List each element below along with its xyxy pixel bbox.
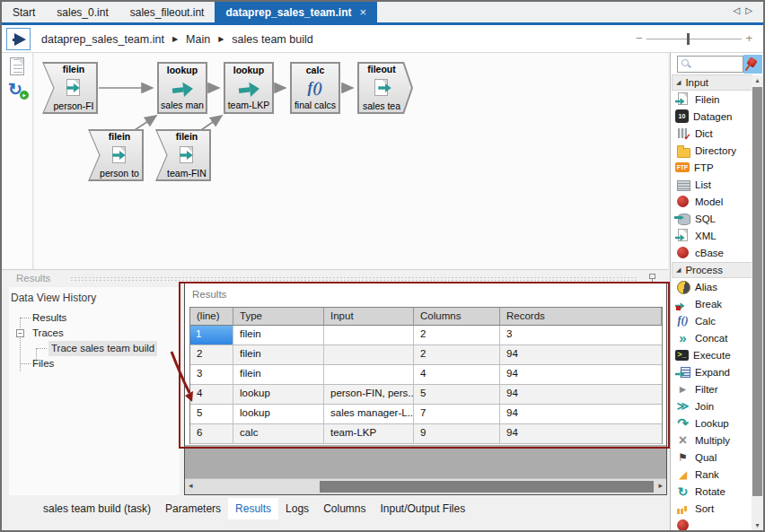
palette-item-xml[interactable]: XML	[672, 227, 752, 244]
document-icon[interactable]	[10, 57, 24, 75]
splitter-grip[interactable]	[70, 276, 638, 282]
table-cell[interactable]: 2	[190, 345, 233, 365]
node-fileout-sales-tea[interactable]: fileout sales tea	[357, 62, 413, 114]
tab-task[interactable]: sales team build (task)	[36, 498, 158, 519]
table-cell[interactable]: filein	[233, 345, 324, 365]
scrollbar-thumb[interactable]	[320, 481, 654, 493]
palette-item-rank[interactable]: ◢Rank	[672, 466, 752, 483]
palette-pin-button[interactable]	[743, 55, 762, 74]
table-cell[interactable]: calc	[233, 424, 324, 444]
column-header[interactable]: Columns	[414, 308, 500, 326]
palette-item-cbase[interactable]: cBase	[672, 244, 752, 261]
column-header[interactable]: Type	[233, 308, 324, 326]
table-cell[interactable]: 4	[414, 365, 500, 385]
scroll-up-icon[interactable]: ▴	[752, 76, 763, 84]
scrollbar-thumb[interactable]	[752, 87, 762, 496]
scroll-right-icon[interactable]: ▸	[658, 481, 663, 490]
table-row[interactable]: 3 filein 4 94	[190, 365, 662, 385]
table-cell[interactable]: person-FIN, pers...	[324, 385, 414, 405]
table-cell[interactable]	[324, 365, 414, 385]
table-cell[interactable]: filein	[233, 326, 324, 345]
breadcrumb-file[interactable]: dataprep_sales_team.int	[41, 33, 164, 46]
tab-parameters[interactable]: Parameters	[158, 498, 228, 519]
palette-item-dict[interactable]: Dict	[672, 125, 752, 142]
column-header[interactable]: (line)	[190, 308, 233, 326]
collapse-icon[interactable]: −	[16, 329, 24, 337]
table-cell[interactable]: 94	[500, 424, 662, 444]
run-button[interactable]	[6, 28, 31, 50]
tab-sales-0[interactable]: sales_0.int	[46, 2, 119, 22]
column-header[interactable]: Records	[500, 308, 662, 326]
column-header[interactable]: Input	[324, 308, 414, 326]
table-row[interactable]: 1 filein 2 3	[190, 326, 662, 345]
close-icon[interactable]: ×	[360, 5, 367, 19]
tree-item-files[interactable]: Files	[9, 356, 180, 371]
table-cell[interactable]: 2	[414, 326, 500, 345]
scroll-down-icon[interactable]: ▾	[752, 521, 763, 529]
table-cell[interactable]: 2	[414, 345, 500, 365]
table-cell[interactable]: 3	[500, 326, 662, 345]
scroll-right-icon[interactable]: ▷	[745, 5, 758, 15]
table-row[interactable]: 2 filein 2 94	[190, 345, 662, 365]
palette-item-concat[interactable]: »Concat	[672, 329, 752, 346]
palette-item-filein[interactable]: Filein	[672, 91, 752, 108]
zoom-slider[interactable]: − +	[636, 25, 752, 53]
zoom-slider-track[interactable]	[646, 39, 742, 39]
palette-item-partial[interactable]	[672, 517, 752, 532]
tab-input-output-files[interactable]: Input/Output Files	[373, 498, 472, 519]
table-cell[interactable]: 6	[190, 424, 233, 444]
palette-item-model[interactable]: Model	[672, 193, 752, 210]
table-cell[interactable]	[324, 326, 414, 345]
table-row[interactable]: 4 lookup person-FIN, pers... 5 94	[190, 385, 662, 405]
node-filein-person-to[interactable]: filein person to	[88, 129, 144, 181]
breadcrumb-main[interactable]: Main	[186, 33, 210, 46]
scroll-left-icon[interactable]: ◁	[734, 5, 746, 15]
palette-item-break[interactable]: Break	[672, 295, 752, 312]
table-cell[interactable]: lookup	[233, 385, 324, 405]
zoom-slider-thumb[interactable]	[687, 33, 690, 45]
table-row[interactable]: 6 calc team-LKP 9 94	[190, 424, 662, 444]
palette-item-calc[interactable]: f()Calc	[672, 312, 752, 329]
tab-columns[interactable]: Columns	[316, 498, 373, 519]
table-cell[interactable]: lookup	[233, 405, 324, 424]
table-cell[interactable]: filein	[233, 365, 324, 385]
table-cell-selected[interactable]: 1	[190, 326, 233, 345]
palette-item-datagen[interactable]: 10Datagen	[672, 108, 752, 125]
pin-icon[interactable]	[649, 274, 655, 279]
tab-results[interactable]: Results	[228, 498, 278, 519]
palette-search-input[interactable]	[677, 56, 743, 73]
horizontal-scrollbar[interactable]: ◂ ▸	[185, 478, 666, 494]
palette-section-header-input[interactable]: ◢ Input	[672, 74, 752, 91]
palette-item-alias[interactable]: Alias	[672, 278, 752, 295]
table-cell[interactable]: team-LKP	[324, 424, 414, 444]
palette-item-list[interactable]: List	[672, 176, 752, 193]
breadcrumb-task[interactable]: sales team build	[232, 33, 312, 46]
palette-item-ftp[interactable]: FTPFTP	[672, 159, 752, 176]
palette-item-expand[interactable]: Expand	[672, 363, 752, 380]
table-cell[interactable]: 5	[414, 385, 500, 405]
tree-item-trace-sales-team-build[interactable]: Trace sales team build	[9, 341, 180, 356]
palette-item-lookup[interactable]: ↷Lookup	[672, 414, 752, 432]
node-filein-team-fin[interactable]: filein team-FIN	[155, 129, 211, 181]
scroll-left-icon[interactable]: ◂	[189, 481, 193, 490]
table-cell[interactable]: sales manager-L...	[324, 405, 414, 424]
table-cell[interactable]: 7	[414, 405, 500, 424]
tab-dataprep-sales-team[interactable]: dataprep_sales_team.int ×	[215, 2, 377, 22]
table-cell[interactable]: 94	[500, 405, 662, 424]
table-cell[interactable]: 94	[500, 345, 662, 365]
node-filein-person-fi[interactable]: filein person-FI	[42, 62, 98, 114]
node-calc-final-calcs[interactable]: calc f() final calcs	[290, 62, 340, 114]
palette-item-multiply[interactable]: ×Multiply	[672, 432, 752, 449]
node-lookup-sales-man[interactable]: lookup sales man	[157, 62, 207, 114]
palette-item-sort[interactable]: Sort	[672, 500, 752, 517]
table-cell[interactable]: 3	[190, 365, 233, 385]
table-cell[interactable]: 4	[190, 385, 233, 405]
node-lookup-team-lkp[interactable]: lookup team-LKP	[224, 62, 274, 114]
palette-item-filter[interactable]: ►Filter	[672, 380, 752, 397]
palette-item-execute[interactable]: >_Execute	[672, 346, 752, 363]
zoom-out-icon[interactable]: −	[636, 31, 643, 45]
palette-item-sql[interactable]: SQL	[672, 210, 752, 227]
palette-scrollbar[interactable]: ▴ ▾	[752, 75, 763, 530]
table-cell[interactable]: 94	[500, 365, 662, 385]
palette-item-qual[interactable]: ⚑Qual	[672, 449, 752, 466]
